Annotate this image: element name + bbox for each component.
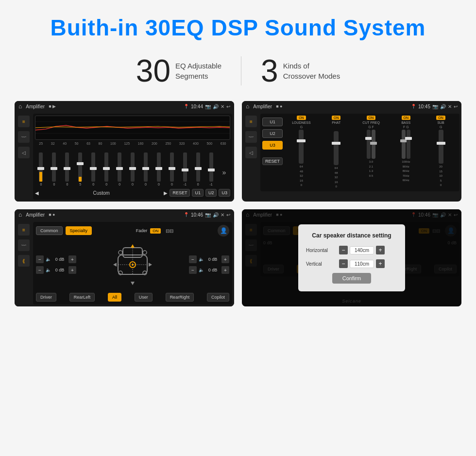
crossover-number: 3 — [261, 55, 278, 86]
person-icon: 👤 — [218, 225, 229, 236]
eq-slider-9[interactable]: 0 — [144, 152, 148, 186]
u2-crossover-btn[interactable]: U2 — [262, 129, 283, 138]
wave-icon-2[interactable]: 〰 — [245, 131, 257, 143]
wave-icon[interactable]: 〰 — [18, 131, 30, 143]
sub-label: SUB — [437, 121, 444, 124]
bass-g-slider[interactable] — [407, 130, 410, 159]
driver-btn[interactable]: Driver — [36, 293, 56, 302]
u3-btn[interactable]: U3 — [219, 189, 230, 197]
loudness-slider[interactable] — [299, 130, 304, 164]
front-right-db: − 🔈 0 dB + — [189, 255, 229, 263]
eq-slider-10[interactable]: 0 — [157, 152, 161, 186]
horizontal-minus-btn[interactable]: − — [339, 246, 348, 254]
screen2-crossover: ⌂ Amplifier ■ ● 📍 10:45 📷 🔊 ✕ ↩ ≡ 〰 ◁ — [242, 101, 461, 202]
eq-slider-6[interactable]: 0 — [104, 152, 108, 186]
fader-on-badge[interactable]: ON — [150, 228, 161, 234]
page-title: Buith-in 30EQ DSP Sound System — [10, 15, 466, 41]
prev-btn[interactable]: ◀ — [35, 190, 39, 196]
speaker-icon-rl: 🔈 — [46, 268, 51, 272]
fr-minus-btn[interactable]: − — [189, 255, 197, 263]
phat-channel: ON PHAT 644832160 — [320, 116, 353, 189]
next-btn[interactable]: ▶ — [164, 190, 168, 196]
eq-icon-3[interactable]: ≡ — [18, 224, 30, 236]
eq-slider-2[interactable]: 0 — [52, 152, 56, 186]
horizontal-label: Horizontal — [306, 248, 335, 253]
home-icon-2[interactable]: ⌂ — [246, 103, 249, 110]
horizontal-plus-btn[interactable]: + — [376, 246, 385, 254]
specialty-btn[interactable]: Specialty — [66, 226, 92, 235]
screen3-time: 10:46 — [191, 212, 203, 218]
home-icon-3[interactable]: ⌂ — [18, 211, 22, 218]
eq-slider-4[interactable]: 5 — [78, 152, 82, 186]
dialog-title: Car speaker distance setting — [306, 232, 397, 239]
u3-crossover-btn[interactable]: U3 — [262, 141, 283, 150]
vertical-minus-btn[interactable]: − — [339, 259, 348, 268]
copilot-btn[interactable]: Copilot — [207, 293, 229, 302]
cutfreq-f-slider[interactable] — [372, 130, 375, 159]
bass-f-slider[interactable] — [402, 130, 406, 159]
volume-down-icon-2[interactable]: ◁ — [245, 147, 257, 158]
eq-sliders: 0 0 0 5 0 — [35, 147, 230, 186]
wave-icon-3[interactable]: 〰 — [18, 239, 30, 251]
rl-plus-btn[interactable]: + — [68, 266, 76, 274]
eq-icon-2[interactable]: ≡ — [245, 116, 257, 127]
svg-marker-11 — [113, 263, 117, 267]
phat-on[interactable]: ON — [332, 116, 341, 120]
bass-on[interactable]: ON — [402, 116, 411, 120]
loudness-on[interactable]: ON — [297, 116, 306, 120]
fader-label: Fader — [136, 228, 148, 233]
u1-btn[interactable]: U1 — [192, 189, 204, 197]
eq-slider-13[interactable]: 0 — [196, 152, 200, 186]
rearright-btn[interactable]: RearRight — [166, 293, 194, 302]
eq-main: 2532405063 80100125160200 25032040050063… — [33, 114, 232, 200]
eq-stat: 30 EQ Adjustable Segments — [117, 55, 241, 86]
vertical-row: Vertical − 110cm + — [306, 259, 397, 268]
rearleft-btn[interactable]: RearLeft — [69, 293, 95, 302]
fader-right-controls: − 🔈 0 dB + − 🔈 0 dB + — [189, 255, 229, 274]
eq-slider-5[interactable]: 0 — [91, 152, 95, 186]
eq-slider-7[interactable]: 0 — [118, 152, 121, 186]
screens-grid: ⌂ Amplifier ■ ▶ 📍 10:44 📷 🔊 ✕ ↩ ≡ 〰 ◁ — [0, 101, 476, 321]
fl-plus-btn[interactable]: + — [68, 255, 76, 263]
home-icon[interactable]: ⌂ — [18, 103, 22, 110]
phat-slider[interactable] — [334, 131, 339, 165]
dialog-overlay: Car speaker distance setting Horizontal … — [242, 209, 461, 306]
volume-down-icon[interactable]: ◁ — [18, 147, 30, 158]
eq-slider-8[interactable]: 0 — [131, 152, 135, 186]
rr-minus-btn[interactable]: − — [189, 266, 197, 274]
volume-icon: 🔊 — [213, 104, 219, 109]
screen2-app-name: Amplifier — [253, 104, 272, 109]
user-btn[interactable]: User — [135, 293, 153, 302]
all-btn[interactable]: All — [108, 293, 121, 302]
reset-crossover-btn[interactable]: RESET — [262, 157, 283, 165]
camera-icon-3: 📷 — [205, 212, 211, 218]
eq-slider-14[interactable]: -1 — [209, 152, 213, 186]
screen3-app-name: Amplifier — [26, 212, 45, 218]
confirm-button[interactable]: Confirm — [332, 273, 371, 284]
eq-slider-1[interactable]: 0 — [39, 152, 43, 186]
horizontal-value: 140cm — [350, 246, 374, 254]
eq-slider-12[interactable]: -1 — [183, 152, 187, 186]
eq-slider-3[interactable]: 0 — [65, 152, 69, 186]
vertical-plus-btn[interactable]: + — [376, 259, 385, 268]
fl-minus-btn[interactable]: − — [36, 255, 44, 263]
expand-arrow[interactable]: » — [222, 169, 226, 186]
u2-btn[interactable]: U2 — [205, 189, 217, 197]
rr-plus-btn[interactable]: + — [221, 266, 229, 274]
sub-on[interactable]: ON — [436, 116, 445, 120]
fr-plus-btn[interactable]: + — [221, 255, 229, 263]
reset-btn[interactable]: RESET — [170, 189, 190, 197]
screen3-status-bar: ⌂ Amplifier ■ ● 📍 10:46 📷 🔊 ✕ ↩ — [15, 209, 234, 220]
rl-minus-btn[interactable]: − — [36, 266, 44, 274]
volume-icon-2: 🔊 — [440, 104, 446, 109]
eq-icon[interactable]: ≡ — [18, 116, 30, 127]
u1-crossover-btn[interactable]: U1 — [262, 118, 283, 126]
sub-slider[interactable] — [439, 130, 443, 164]
eq-slider-11[interactable]: 0 — [170, 152, 174, 186]
cutfreq-on[interactable]: ON — [367, 116, 376, 120]
cutfreq-label: CUT FREQ — [362, 121, 380, 124]
common-btn[interactable]: Common — [36, 226, 63, 235]
volume-down-icon-3[interactable]: ⟪ — [18, 255, 30, 267]
phat-vals: 644832160 — [335, 166, 338, 189]
sub-g: G — [440, 125, 442, 129]
